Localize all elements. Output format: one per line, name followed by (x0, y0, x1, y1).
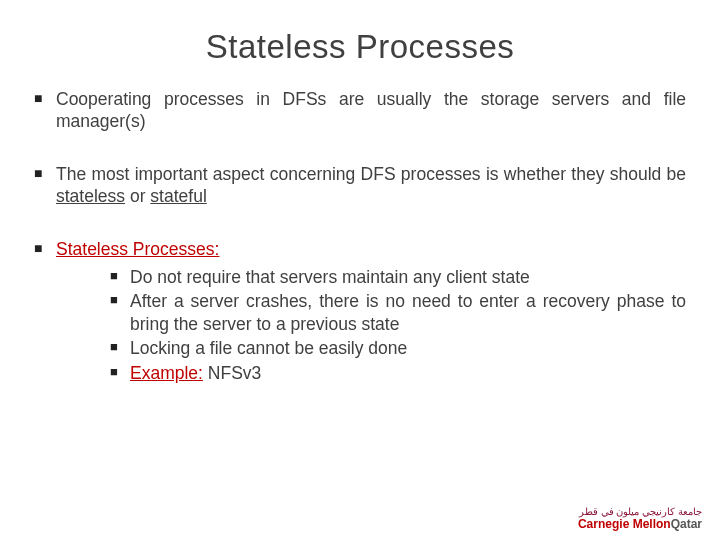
bullet-text: Cooperating processes in DFSs are usuall… (56, 88, 686, 133)
text-fragment: The most important aspect concerning DFS… (56, 164, 686, 184)
logo-line1: Carnegie Mellon (578, 517, 671, 531)
bullet-text: The most important aspect concerning DFS… (56, 163, 686, 208)
bullet-text: Stateless Processes: ■ Do not require th… (56, 238, 686, 386)
slide: Stateless Processes ■ Cooperating proces… (0, 0, 720, 540)
sub-bullet-text: Locking a file cannot be easily done (130, 337, 686, 359)
sub-bullet-list: ■ Do not require that servers maintain a… (56, 266, 686, 384)
bullet-item: ■ Stateless Processes: ■ Do not require … (34, 238, 686, 386)
sub-bullet-text: After a server crashes, there is no need… (130, 290, 686, 335)
text-fragment: or (125, 186, 150, 206)
sub-bullet-text: Example: NFSv3 (130, 362, 686, 384)
logo-line2: Qatar (671, 517, 702, 531)
example-label: Example: (130, 363, 203, 383)
sub-bullet-item: ■ Example: NFSv3 (110, 362, 686, 384)
slide-body: ■ Cooperating processes in DFSs are usua… (0, 78, 720, 386)
bullet-item: ■ The most important aspect concerning D… (34, 163, 686, 208)
square-bullet-icon: ■ (110, 362, 130, 384)
square-bullet-icon: ■ (110, 266, 130, 288)
square-bullet-icon: ■ (110, 337, 130, 359)
footer-logo: جامعة كارنيجي ميلون في قطر Carnegie Mell… (578, 507, 702, 530)
square-bullet-icon: ■ (34, 88, 56, 133)
sub-bullet-item: ■ Locking a file cannot be easily done (110, 337, 686, 359)
sub-bullet-item: ■ After a server crashes, there is no ne… (110, 290, 686, 335)
sub-bullet-item: ■ Do not require that servers maintain a… (110, 266, 686, 288)
example-value: NFSv3 (203, 363, 261, 383)
bullet-item: ■ Cooperating processes in DFSs are usua… (34, 88, 686, 133)
logo-english-text: Carnegie MellonQatar (578, 518, 702, 530)
underline-stateless: stateless (56, 186, 125, 206)
subhead-stateless-processes: Stateless Processes: (56, 239, 219, 259)
square-bullet-icon: ■ (34, 238, 56, 386)
underline-stateful: stateful (150, 186, 206, 206)
square-bullet-icon: ■ (110, 290, 130, 335)
square-bullet-icon: ■ (34, 163, 56, 208)
sub-bullet-text: Do not require that servers maintain any… (130, 266, 686, 288)
logo-arabic-text: جامعة كارنيجي ميلون في قطر (578, 507, 702, 517)
slide-title: Stateless Processes (0, 0, 720, 78)
